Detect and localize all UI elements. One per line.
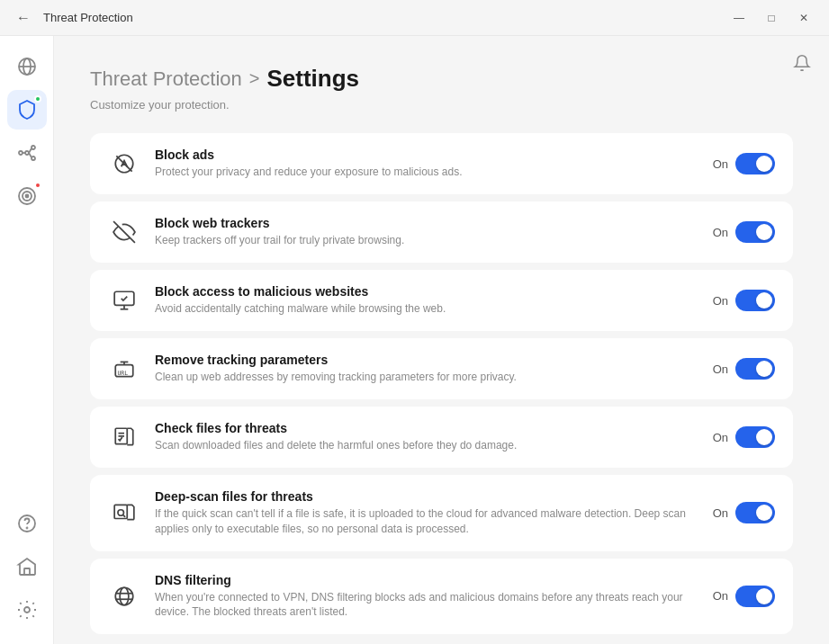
sidebar-item-mesh[interactable] bbox=[7, 133, 47, 173]
breadcrumb-parent[interactable]: Threat Protection bbox=[90, 67, 242, 91]
block-trackers-text: Block web trackers Keep trackers off you… bbox=[155, 216, 698, 248]
dns-text: DNS filtering When you're connected to V… bbox=[155, 573, 698, 621]
dns-globe-icon bbox=[113, 585, 136, 608]
maximize-button[interactable]: □ bbox=[757, 5, 786, 31]
sidebar-item-home[interactable] bbox=[7, 547, 47, 586]
eye-off-icon bbox=[113, 220, 136, 244]
tracking-params-text: Remove tracking parameters Clean up web … bbox=[155, 353, 698, 385]
gear-icon bbox=[16, 599, 38, 621]
globe-icon bbox=[16, 56, 38, 77]
svg-line-9 bbox=[29, 153, 32, 157]
block-ads-toggle[interactable] bbox=[735, 153, 775, 174]
block-malicious-control: On bbox=[713, 290, 775, 311]
svg-point-14 bbox=[26, 528, 27, 529]
dns-status: On bbox=[713, 589, 728, 603]
minimize-button[interactable]: — bbox=[725, 5, 753, 31]
close-button[interactable]: ✕ bbox=[789, 5, 818, 31]
block-ads-status: On bbox=[713, 157, 728, 171]
block-trackers-control: On bbox=[713, 221, 775, 243]
check-files-desc: Scan downloaded files and delete the har… bbox=[155, 438, 698, 453]
deep-scan-toggle[interactable] bbox=[735, 502, 775, 523]
sidebar-item-help[interactable] bbox=[7, 504, 47, 543]
window-controls: — □ ✕ bbox=[725, 5, 818, 31]
monitor-icon bbox=[113, 289, 136, 312]
block-ads-icon bbox=[108, 148, 140, 180]
block-malicious-text: Block access to malicious websites Avoid… bbox=[155, 284, 698, 317]
block-malicious-icon bbox=[108, 284, 140, 317]
titlebar: ← Threat Protection — □ ✕ bbox=[0, 0, 829, 36]
svg-point-6 bbox=[25, 151, 29, 155]
check-files-toggle[interactable] bbox=[735, 426, 775, 448]
setting-deep-scan: Deep-scan files for threats If the quick… bbox=[90, 475, 793, 551]
target-icon bbox=[16, 185, 38, 207]
tracking-params-control: On bbox=[713, 358, 775, 380]
svg-point-32 bbox=[115, 587, 133, 605]
svg-point-33 bbox=[120, 587, 129, 605]
block-trackers-title: Block web trackers bbox=[155, 216, 698, 230]
back-button[interactable]: ← bbox=[11, 5, 36, 31]
block-ads-text: Block ads Protect your privacy and reduc… bbox=[155, 148, 698, 180]
target-badge bbox=[34, 182, 41, 189]
dns-icon bbox=[108, 580, 140, 613]
block-malicious-title: Block access to malicious websites bbox=[155, 284, 698, 299]
block-trackers-icon bbox=[108, 216, 140, 248]
svg-text:URL: URL bbox=[117, 370, 128, 377]
shield-icon bbox=[16, 99, 38, 121]
app-body: Threat Protection > Settings Customize y… bbox=[0, 36, 829, 644]
setting-block-trackers: Block web trackers Keep trackers off you… bbox=[90, 201, 793, 263]
svg-point-16 bbox=[24, 607, 30, 613]
mesh-icon bbox=[16, 142, 38, 164]
check-files-text: Check files for threats Scan downloaded … bbox=[155, 421, 698, 453]
sidebar-item-shield[interactable] bbox=[7, 90, 47, 130]
block-trackers-toggle[interactable] bbox=[735, 221, 775, 243]
deep-scan-title: Deep-scan files for threats bbox=[155, 489, 698, 504]
settings-list: Block ads Protect your privacy and reduc… bbox=[90, 133, 793, 634]
breadcrumb-separator: > bbox=[249, 68, 260, 89]
sidebar-item-globe[interactable] bbox=[7, 47, 47, 86]
sidebar-item-settings[interactable] bbox=[7, 590, 47, 630]
svg-point-3 bbox=[19, 151, 23, 155]
block-trackers-status: On bbox=[713, 226, 728, 239]
dns-title: DNS filtering bbox=[155, 573, 698, 587]
block-trackers-desc: Keep trackers off your trail for truly p… bbox=[155, 233, 698, 248]
deep-scan-control: On bbox=[713, 502, 775, 523]
setting-block-ads: Block ads Protect your privacy and reduc… bbox=[90, 133, 793, 194]
main-content: Threat Protection > Settings Customize y… bbox=[54, 36, 829, 644]
setting-dns: DNS filtering When you're connected to V… bbox=[90, 559, 793, 635]
tracking-params-status: On bbox=[713, 362, 728, 376]
check-files-title: Check files for threats bbox=[155, 421, 698, 435]
svg-line-31 bbox=[123, 515, 125, 517]
block-malicious-toggle[interactable] bbox=[735, 290, 775, 311]
block-ads-desc: Protect your privacy and reduce your exp… bbox=[155, 165, 698, 180]
home-icon bbox=[16, 556, 38, 577]
file-scan-icon bbox=[113, 425, 136, 449]
dns-toggle[interactable] bbox=[735, 586, 775, 607]
shield-active-badge bbox=[34, 95, 41, 103]
check-files-status: On bbox=[713, 431, 728, 444]
svg-point-12 bbox=[25, 195, 28, 198]
tracking-params-title: Remove tracking parameters bbox=[155, 353, 698, 367]
bell-button[interactable] bbox=[793, 54, 811, 76]
page-subtitle: Customize your protection. bbox=[90, 98, 793, 112]
help-icon bbox=[16, 513, 38, 534]
svg-rect-15 bbox=[24, 568, 30, 575]
dns-control: On bbox=[713, 586, 775, 607]
setting-check-files: Check files for threats Scan downloaded … bbox=[90, 407, 793, 468]
setting-tracking-params: URL Remove tracking parameters Clean up … bbox=[90, 338, 793, 399]
deep-scan-status: On bbox=[713, 506, 728, 520]
tracking-params-desc: Clean up web addresses by removing track… bbox=[155, 370, 698, 385]
sidebar bbox=[0, 36, 54, 644]
deep-scan-desc: If the quick scan can't tell if a file i… bbox=[155, 506, 698, 537]
setting-block-malicious: Block access to malicious websites Avoid… bbox=[90, 270, 793, 331]
bell-icon bbox=[793, 54, 811, 72]
block-ads-title: Block ads bbox=[155, 148, 698, 162]
deep-scan-text: Deep-scan files for threats If the quick… bbox=[155, 489, 698, 537]
svg-line-8 bbox=[29, 148, 32, 153]
tracking-params-toggle[interactable] bbox=[735, 358, 775, 380]
check-files-icon bbox=[108, 421, 140, 453]
titlebar-title: Threat Protection bbox=[43, 11, 725, 24]
url-icon: URL bbox=[113, 357, 136, 380]
deep-scan-icon-img bbox=[113, 501, 136, 524]
tracking-params-icon: URL bbox=[108, 353, 140, 385]
sidebar-item-target[interactable] bbox=[7, 176, 47, 216]
